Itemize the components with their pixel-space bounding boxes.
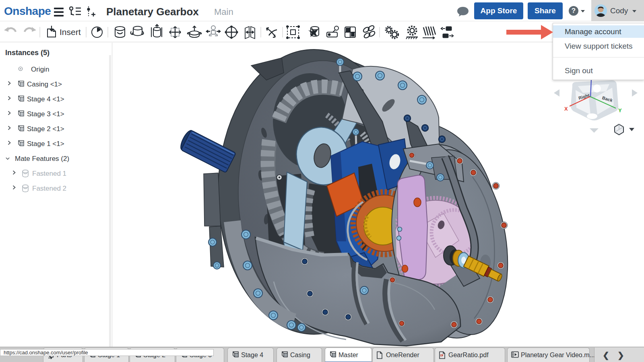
svg-text:Y: Y xyxy=(618,107,622,113)
svg-text:X: X xyxy=(564,106,568,112)
